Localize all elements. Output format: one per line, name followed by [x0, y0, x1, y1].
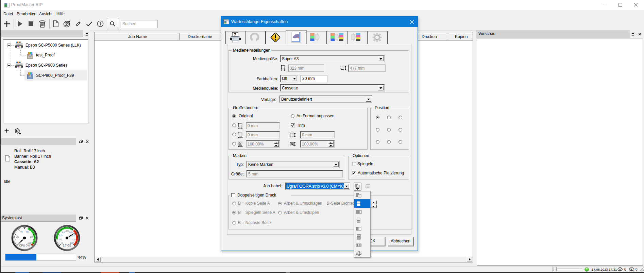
svg-text:3.0: 3.0 [62, 231, 65, 234]
svg-text:2.0: 2.0 [59, 234, 62, 237]
svg-text:5.0: 5.0 [69, 231, 73, 234]
svg-text:80: 80 [30, 236, 33, 238]
svg-text:5.7 GB: 5.7 GB [63, 244, 71, 247]
svg-text:4.0: 4.0 [65, 230, 69, 232]
svg-text:1.0: 1.0 [58, 238, 62, 241]
svg-text:?: ? [234, 32, 236, 36]
svg-text:60: 60 [26, 231, 29, 233]
svg-text:7.0: 7.0 [72, 238, 75, 241]
svg-text:40: 40 [20, 231, 23, 233]
svg-text:CPU 0%: CPU 0% [19, 244, 30, 247]
svg-text:20: 20 [16, 236, 19, 238]
